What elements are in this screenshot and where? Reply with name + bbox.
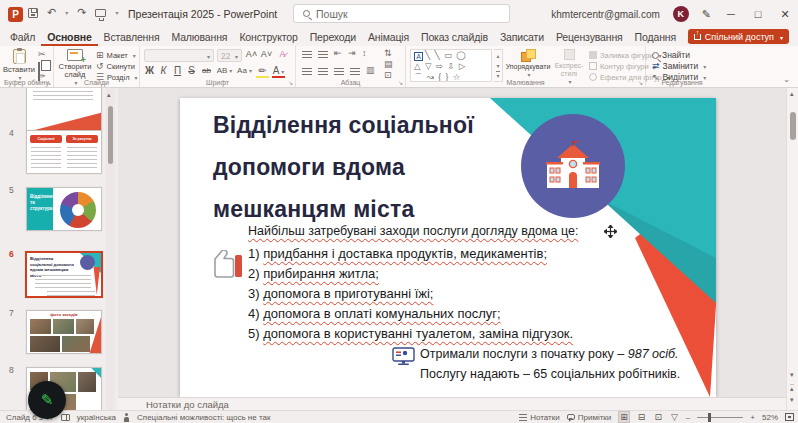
tab-insert[interactable]: Вставлення xyxy=(98,29,166,46)
thumbnail-slide-3[interactable] xyxy=(26,88,102,133)
gallery-up-icon[interactable]: ▴ xyxy=(496,52,499,59)
underline-button[interactable]: П xyxy=(171,65,184,76)
find-button[interactable]: Знайти xyxy=(652,50,690,60)
align-center-icon[interactable] xyxy=(318,68,328,76)
slide-title[interactable]: Відділення соціальної допомоги вдома меш… xyxy=(213,104,474,230)
tab-draw[interactable]: Малювання xyxy=(165,29,233,46)
clipboard-dialog-launcher-icon[interactable]: ↘ xyxy=(46,79,51,86)
ink-annotation-button[interactable]: ✎ xyxy=(28,381,66,419)
close-button[interactable]: ✕ xyxy=(778,8,792,21)
scroll-down-icon[interactable]: ▾ xyxy=(790,371,794,379)
layout-button[interactable]: ⊞ Макет xyxy=(96,50,136,60)
slide-intro-text[interactable]: Найбільш затребувані заходи послуги догл… xyxy=(248,224,578,238)
clear-formatting-icon[interactable]: А̷ xyxy=(276,49,289,59)
tab-transitions[interactable]: Переходи xyxy=(304,29,362,46)
tab-view[interactable]: Подання xyxy=(629,29,682,46)
start-slideshow-icon[interactable] xyxy=(95,9,106,17)
zoom-out-button[interactable]: – xyxy=(686,413,690,422)
language-indicator[interactable]: українська xyxy=(77,413,116,422)
zoom-slider[interactable] xyxy=(697,417,743,418)
account-email[interactable]: khmtercentr@gmail.com xyxy=(551,9,660,20)
drawing-dialog-launcher-icon[interactable]: ↘ xyxy=(638,79,643,86)
justify-icon[interactable] xyxy=(350,68,360,76)
replace-button[interactable]: ⇄ Замінити xyxy=(652,61,706,71)
highlight-color-icon[interactable]: ✏ xyxy=(256,65,269,78)
shapes-gallery-scroll[interactable]: ▴ ▾ ▾ xyxy=(494,49,503,82)
notes-toggle[interactable]: Нотатки xyxy=(530,413,560,422)
tab-record[interactable]: Записати xyxy=(494,29,550,46)
thumbnails-scroll-up-icon[interactable]: ▴ xyxy=(107,91,111,99)
tab-design[interactable]: Конструктор xyxy=(233,29,303,46)
shapes-row-2[interactable]: △ ▽ ⇨ ⇩ ▷ xyxy=(414,61,491,72)
numbering-icon[interactable] xyxy=(318,51,328,59)
align-text-icon[interactable]: ▤ xyxy=(384,60,393,69)
grow-font-icon[interactable]: А˄ xyxy=(245,49,258,59)
cut-icon[interactable]: ✂ xyxy=(38,50,46,59)
arrange-button[interactable]: Упорядкувати xyxy=(506,49,550,79)
shrink-font-icon[interactable]: А˅ xyxy=(260,49,273,59)
view-slide-sorter-button[interactable]: ⊟ xyxy=(637,412,647,422)
reset-button[interactable]: ↺ Скинути xyxy=(96,61,135,71)
thumbnails-scroll-thumb[interactable] xyxy=(108,106,113,164)
scroll-thumb[interactable] xyxy=(790,112,796,140)
share-button[interactable]: Спільний доступ xyxy=(688,29,789,44)
previous-slide-icon[interactable]: ▴ xyxy=(790,384,794,393)
notes-toggle-icon[interactable] xyxy=(519,414,527,421)
slide-canvas[interactable]: Відділення соціальної допомоги вдома меш… xyxy=(180,98,716,397)
align-right-icon[interactable] xyxy=(334,68,344,76)
view-reading-button[interactable]: ⊡ xyxy=(653,412,663,422)
paragraph-dialog-launcher-icon[interactable]: ↘ xyxy=(398,79,403,86)
font-color-icon[interactable]: А xyxy=(272,65,285,78)
collapse-ribbon-icon[interactable]: ⌄ xyxy=(783,75,790,84)
strikethrough-button[interactable]: S xyxy=(185,65,198,76)
next-slide-icon[interactable]: ▾ xyxy=(790,396,794,404)
line-spacing-icon[interactable]: ↕ xyxy=(362,49,367,58)
decrease-indent-icon[interactable]: ⇤ xyxy=(334,49,342,58)
accessibility-icon[interactable] xyxy=(123,413,130,422)
undo-icon[interactable]: ↶ xyxy=(47,6,56,19)
zoom-level[interactable]: 52% xyxy=(762,413,778,422)
avatar[interactable]: K xyxy=(673,6,689,22)
slide-scrollbar[interactable]: ▴ ▾ ▴ ▾ xyxy=(786,88,798,410)
columns-icon[interactable]: ▥ xyxy=(366,66,375,75)
gallery-more-icon[interactable]: ▾ xyxy=(496,71,499,79)
tab-file[interactable]: Файл xyxy=(4,29,41,46)
notes-pane[interactable]: Нотатки до слайда xyxy=(118,397,786,410)
comments-icon[interactable] xyxy=(567,414,575,420)
redo-icon[interactable]: ↷ xyxy=(77,6,86,19)
powerpoint-app-icon[interactable]: P xyxy=(8,7,23,22)
building-badge[interactable] xyxy=(521,114,625,218)
gallery-down-icon[interactable]: ▾ xyxy=(496,62,499,69)
thumbnail-slide-7[interactable]: фото заходів xyxy=(26,310,102,354)
tab-animations[interactable]: Анімація xyxy=(362,29,415,46)
align-left-icon[interactable] xyxy=(302,68,312,76)
thumbnails-scrollbar[interactable]: ▴ xyxy=(106,88,115,410)
italic-button[interactable]: К xyxy=(157,65,170,76)
text-direction-icon[interactable]: ⇅ xyxy=(384,49,392,58)
shapes-gallery[interactable]: А╲ ╲ ▭ ◯ △ ▽ ⇨ ⇩ ▷ ⌒ ↝ { } ☆ xyxy=(410,49,492,82)
change-case-icon[interactable]: Аа xyxy=(236,66,253,75)
shapes-row-1[interactable]: ╲ ╲ ▭ ◯ xyxy=(425,50,467,60)
text-box-icon[interactable]: А xyxy=(414,52,423,61)
zoom-in-button[interactable]: + xyxy=(750,413,755,422)
increase-indent-icon[interactable]: ⇥ xyxy=(348,49,356,58)
thumbnail-slide-5[interactable]: Відділення та структура xyxy=(26,187,102,231)
accessibility-status[interactable]: Спеціальні можливості: щось не так xyxy=(137,413,270,422)
bullets-icon[interactable] xyxy=(302,51,312,59)
view-slideshow-button[interactable]: ▽ xyxy=(670,412,679,422)
minimize-button[interactable]: ─ xyxy=(724,8,738,20)
tab-home[interactable]: Основне xyxy=(41,29,97,46)
ink-mode-icon[interactable]: ✎ xyxy=(702,8,711,21)
customize-qat-icon[interactable]: ▾ xyxy=(115,9,118,16)
spell-check-icon[interactable] xyxy=(61,414,70,421)
font-size-combo[interactable]: 22 xyxy=(217,49,242,62)
paste-button[interactable]: Вставити xyxy=(4,49,34,82)
search-input[interactable]: Пошук xyxy=(293,4,510,23)
thumbnail-slide-4[interactable]: Соціальні послуги За рахунок xyxy=(26,130,102,174)
fit-to-window-icon[interactable] xyxy=(785,413,794,421)
undo-dropdown-icon[interactable]: ▾ xyxy=(65,9,68,16)
scroll-up-icon[interactable]: ▴ xyxy=(790,90,794,98)
font-dialog-launcher-icon[interactable]: ↘ xyxy=(288,79,293,86)
font-name-combo[interactable] xyxy=(144,49,214,62)
bold-button[interactable]: Ж xyxy=(143,65,156,76)
